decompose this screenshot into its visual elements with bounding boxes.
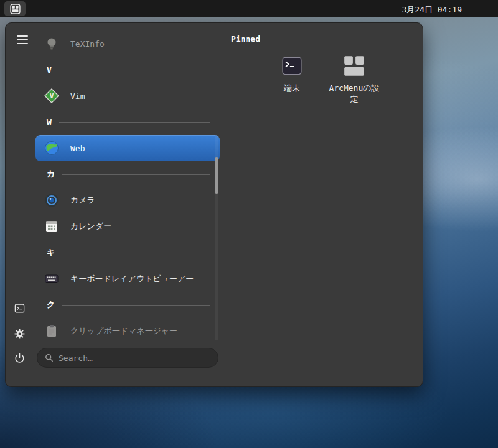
- arcmenu-button[interactable]: [4, 1, 26, 16]
- search-input[interactable]: [59, 353, 210, 363]
- power-icon: [14, 352, 26, 364]
- clock[interactable]: 3月24日 04:19: [402, 4, 462, 16]
- camera-icon: [44, 193, 59, 208]
- keyboard-icon: [44, 271, 59, 286]
- terminal-icon: [14, 302, 26, 314]
- app-item-label: クリップボードマネージャー: [70, 325, 177, 337]
- gear-icon: [14, 328, 26, 340]
- lightbulb-icon: [44, 36, 59, 51]
- section-letter: ク: [47, 299, 55, 310]
- search-bar[interactable]: [37, 348, 218, 368]
- section-letter: W: [47, 118, 52, 127]
- calendar-icon: [44, 219, 59, 234]
- app-item-keyboard-layout-viewer[interactable]: キーボードレイアウトビューアー: [35, 266, 220, 292]
- section-divider: [62, 174, 210, 175]
- terminal-app-icon: [280, 54, 304, 78]
- clipboard-icon: [44, 324, 59, 338]
- svg-text:V: V: [50, 92, 54, 100]
- vim-icon: V: [44, 88, 59, 103]
- app-item-label: Web: [70, 144, 85, 153]
- hamburger-icon: [16, 35, 29, 45]
- arcmenu-icon: [10, 4, 21, 14]
- app-item-camera[interactable]: カメラ: [35, 187, 220, 213]
- section-divider: [59, 122, 210, 123]
- settings-button[interactable]: [10, 324, 29, 343]
- section-header-ki: キ: [35, 240, 220, 266]
- section-divider: [59, 70, 210, 70]
- app-item-label: カレンダー: [70, 221, 111, 232]
- power-button[interactable]: [10, 348, 29, 367]
- web-globe-icon: [44, 141, 59, 156]
- section-header-ka: カ: [35, 161, 220, 187]
- app-item-texinfo[interactable]: TeXInfo: [35, 30, 220, 57]
- terminal-shortcut-button[interactable]: [10, 299, 29, 317]
- pinned-item-label: 端末: [263, 83, 321, 94]
- section-header-v: V: [35, 57, 220, 83]
- top-bar: 3月24日 04:19: [0, 0, 498, 17]
- app-item-web[interactable]: Web: [35, 135, 220, 161]
- section-header-w: W: [35, 109, 220, 135]
- section-letter: キ: [47, 247, 55, 258]
- section-divider: [62, 253, 210, 253]
- hamburger-button[interactable]: [13, 32, 32, 48]
- app-item-label: TeXInfo: [70, 39, 105, 49]
- section-letter: V: [47, 65, 52, 75]
- app-item-calendar[interactable]: カレンダー: [35, 213, 220, 240]
- search-icon: [45, 353, 54, 362]
- app-item-clipboard-manager[interactable]: クリップボードマネージャー: [35, 318, 220, 344]
- pinned-item-arcmenu-settings[interactable]: ArcMenuの設定: [323, 50, 385, 105]
- pinned-section-title: Pinned: [231, 34, 260, 44]
- app-list: TeXInfo V V Vim W Web: [35, 30, 220, 344]
- scrollbar-track[interactable]: [215, 135, 218, 340]
- app-item-label: カメラ: [70, 195, 95, 206]
- app-item-label: キーボードレイアウトビューアー: [70, 273, 194, 284]
- arcmenu-popup: TeXInfo V V Vim W Web: [5, 22, 423, 387]
- section-letter: カ: [47, 169, 55, 180]
- app-item-vim[interactable]: V Vim: [35, 83, 220, 109]
- section-header-ku: ク: [35, 292, 220, 318]
- section-divider: [62, 305, 210, 306]
- arcmenu-settings-icon: [342, 54, 366, 78]
- app-item-label: Vim: [70, 91, 85, 101]
- scrollbar-thumb[interactable]: [215, 157, 218, 194]
- pinned-grid: 端末 ArcMenuの設定: [261, 50, 385, 105]
- pinned-item-terminal[interactable]: 端末: [261, 50, 323, 105]
- pinned-item-label: ArcMenuの設定: [326, 83, 383, 105]
